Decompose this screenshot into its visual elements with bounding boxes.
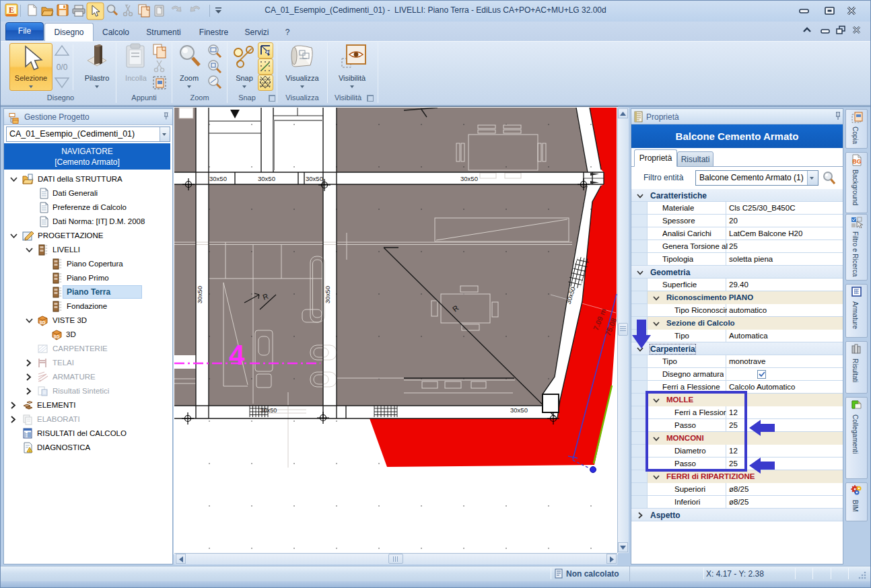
svg-text:30x50: 30x50: [258, 175, 275, 182]
svg-text:4: 4: [229, 339, 245, 371]
svg-text:E: E: [9, 5, 14, 15]
svg-text:30x50: 30x50: [510, 406, 528, 414]
svg-text:0/0: 0/0: [57, 63, 68, 72]
svg-text:3D: 3D: [54, 334, 60, 339]
svg-text:BG: BG: [852, 158, 862, 165]
svg-text:30x50: 30x50: [306, 175, 323, 182]
svg-text:30x50: 30x50: [209, 175, 227, 182]
svg-text:30x50: 30x50: [324, 286, 331, 303]
svg-text:30x50: 30x50: [460, 175, 478, 182]
svg-text:30x50: 30x50: [260, 407, 277, 414]
svg-text:3D: 3D: [40, 320, 46, 325]
svg-text:30x50: 30x50: [196, 286, 203, 303]
